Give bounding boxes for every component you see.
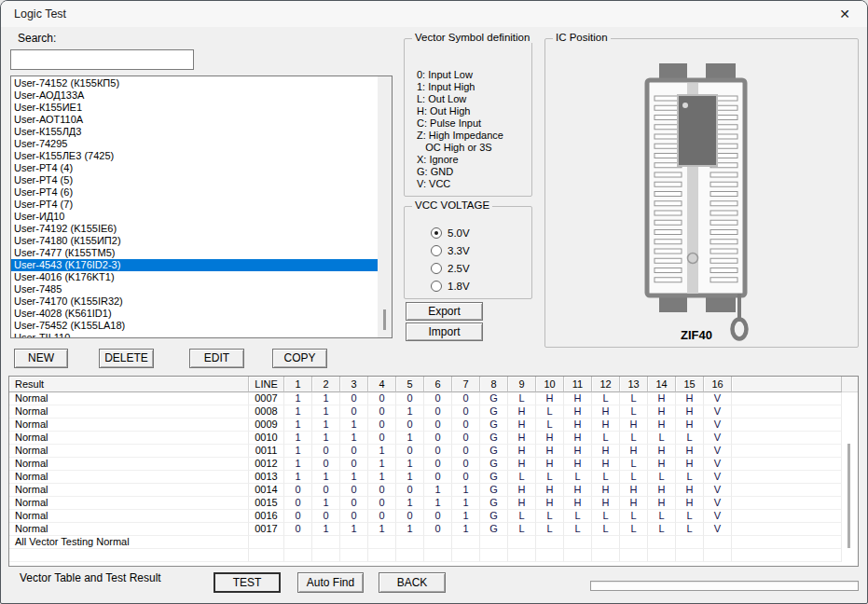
vector-cell: H — [620, 497, 648, 510]
vector-cell: 0 — [424, 445, 452, 458]
vector-cell: H — [620, 419, 648, 432]
table-row[interactable]: Normal00121001100GHHHHLHHV — [9, 458, 858, 471]
socket-pin-slot — [710, 230, 737, 235]
list-item[interactable]: User-4543 (K176ID2-3) — [11, 259, 378, 271]
table-row[interactable] — [9, 549, 858, 562]
symbol-definition-line: L: Out Low — [417, 93, 503, 105]
list-item[interactable]: User-75452 (K155LA18) — [11, 320, 378, 332]
list-item[interactable]: User-РТ4 (7) — [11, 199, 378, 211]
column-header[interactable]: 1 — [284, 377, 312, 392]
column-header[interactable]: 6 — [424, 377, 452, 392]
listbox-scrollbar-thumb[interactable] — [383, 309, 386, 330]
column-header[interactable]: 4 — [368, 377, 396, 392]
list-item[interactable]: User-РТ4 (5) — [11, 174, 378, 186]
table-row[interactable]: Normal00131111100GLLLLLLLV — [9, 471, 858, 484]
export-button[interactable]: Export — [406, 302, 483, 321]
column-header[interactable]: 12 — [592, 377, 620, 392]
vector-cell: 0 — [340, 497, 368, 510]
back-button[interactable]: BACK — [379, 572, 446, 593]
list-item[interactable]: User-7485 — [11, 283, 378, 295]
table-row[interactable]: Normal00111001000GHHHHHHHV — [9, 445, 858, 458]
vector-cell: L — [536, 419, 564, 432]
table-row[interactable]: Normal00160000001GLLLLLLLV — [9, 510, 858, 523]
table-row[interactable]: Normal00150100111GHHHHHHHV — [9, 497, 858, 510]
table-row[interactable]: Normal00101110100GHHHLLLLV — [9, 432, 858, 445]
table-row[interactable]: Normal00071100000GLHHLLHHV — [9, 392, 858, 405]
vector-cell: 1 — [452, 523, 480, 536]
list-item[interactable]: User-74295 — [11, 138, 378, 150]
row-filler — [732, 497, 842, 510]
column-header[interactable]: 10 — [536, 377, 564, 392]
column-header[interactable]: 8 — [480, 377, 508, 392]
vector-cell: 0 — [284, 497, 312, 510]
list-item[interactable]: User-К155ИЕ1 — [11, 102, 378, 114]
edit-button[interactable]: EDIT — [189, 349, 244, 368]
table-row[interactable]: All Vector Testing Normal — [9, 536, 858, 549]
table-row[interactable]: Normal00091110000GHLHHHHHV — [9, 419, 858, 432]
column-header[interactable]: 11 — [564, 377, 592, 392]
close-button[interactable]: ✕ — [826, 1, 863, 27]
vector-cell: 0 — [284, 510, 312, 523]
line-cell: 0007 — [249, 392, 284, 405]
list-item[interactable]: User-К155ЛД3 — [11, 126, 378, 138]
listbox-scrollbar-track[interactable] — [378, 76, 392, 337]
vector-cell: L — [564, 510, 592, 523]
result-cell: Normal — [9, 484, 249, 497]
vector-cell: 0 — [312, 445, 340, 458]
list-item[interactable]: User-4028 (K561ID1) — [11, 308, 378, 320]
vcc-radio-option[interactable]: 1.8V — [431, 279, 470, 294]
column-header[interactable]: 15 — [676, 377, 704, 392]
column-header[interactable]: 14 — [648, 377, 676, 392]
vector-cell: L — [536, 405, 564, 419]
column-header[interactable]: 2 — [312, 377, 340, 392]
column-header[interactable]: 3 — [340, 377, 368, 392]
vcc-radio-option[interactable]: 2.5V — [431, 261, 470, 276]
vector-cell: 0 — [312, 510, 340, 523]
column-header[interactable]: 5 — [396, 377, 424, 392]
vector-cell: V — [704, 510, 732, 523]
table-row[interactable]: Normal00140000011GHHHHHHHV — [9, 484, 858, 497]
list-item[interactable]: User-74192 (K155IE6) — [11, 223, 378, 235]
list-item[interactable]: User-РТ4 (6) — [11, 186, 378, 199]
delete-button[interactable]: DELETE — [99, 349, 154, 368]
row-filler — [732, 432, 842, 445]
column-header[interactable]: 13 — [620, 377, 648, 392]
table-scrollbar-thumb[interactable] — [847, 444, 850, 548]
list-item[interactable]: User-РТ4 (4) — [11, 162, 378, 174]
copy-button[interactable]: COPY — [272, 349, 327, 368]
vector-cell — [480, 536, 508, 549]
list-item[interactable]: User-ИД10 — [11, 211, 378, 223]
list-item[interactable]: User-74180 (К155ИП2) — [11, 235, 378, 247]
column-header[interactable]: 9 — [508, 377, 536, 392]
list-item[interactable]: User-АОТ110А — [11, 114, 378, 126]
vcc-radio-option[interactable]: 3.3V — [431, 243, 470, 258]
list-item[interactable]: User-74152 (К155КП5) — [11, 77, 378, 89]
chip-listbox[interactable]: User-74152 (К155КП5)User-АОД133АUser-К15… — [10, 76, 393, 338]
column-header[interactable]: 7 — [452, 377, 480, 392]
list-item[interactable]: User-К155ЛЕ3 (7425) — [11, 150, 378, 162]
search-input[interactable] — [10, 49, 194, 70]
auto-find-button[interactable]: Auto Find — [297, 572, 364, 593]
vector-cell: 1 — [284, 445, 312, 458]
vcc-radio-option[interactable]: 5.0V — [431, 226, 470, 240]
radio-icon — [431, 281, 442, 292]
list-item[interactable]: User-4016 (K176KT1) — [11, 271, 378, 283]
list-item[interactable]: User-TIL110 — [11, 332, 378, 338]
new-button[interactable]: NEW — [14, 349, 68, 368]
vector-cell — [480, 549, 508, 562]
list-item[interactable]: User-74170 (K155IR32) — [11, 295, 378, 308]
list-item[interactable]: User-7477 (К155ТМ5) — [11, 247, 378, 259]
table-row[interactable]: Normal00081100100GHLHHLHHV — [9, 405, 858, 419]
bottom-status-label: Vector Table and Test Result — [20, 571, 161, 584]
vector-cell: L — [620, 471, 648, 484]
vector-cell: L — [536, 510, 564, 523]
column-header[interactable]: LINE — [249, 377, 284, 392]
table-row[interactable]: Normal00170111101GLLLLLLLV — [9, 523, 858, 536]
list-item[interactable]: User-АОД133А — [11, 89, 378, 102]
symbol-definition-line: 0: Input Low — [417, 69, 503, 81]
test-button[interactable]: TEST — [214, 572, 281, 593]
vector-cell: H — [648, 445, 676, 458]
column-header[interactable]: 16 — [704, 377, 732, 392]
column-header[interactable]: Result — [9, 377, 249, 392]
import-button[interactable]: Import — [406, 323, 483, 341]
